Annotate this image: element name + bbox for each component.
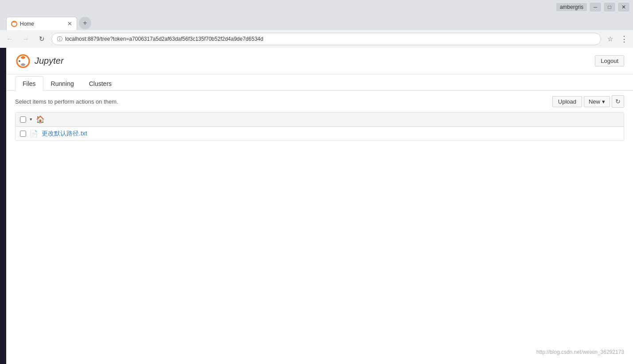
jupyter-header: Jupyter Logout	[6, 48, 633, 74]
svg-point-3	[21, 63, 25, 66]
browser-tab-home[interactable]: Home ✕	[6, 17, 77, 30]
jupyter-tabs: Files Running Clusters	[6, 76, 633, 91]
lock-icon: ⓘ	[57, 35, 62, 43]
tab-running[interactable]: Running	[43, 76, 82, 91]
file-list-header: ▾ 🏠	[16, 112, 624, 127]
file-type-icon: 📄	[30, 130, 38, 138]
file-link[interactable]: 更改默认路径.txt	[42, 130, 87, 138]
close-button[interactable]: ✕	[618, 3, 629, 12]
user-label: ambergris	[556, 3, 587, 11]
address-bar: ← → ↻ ⓘ localhost:8879/tree?token=a70063…	[0, 30, 633, 48]
jupyter-logo-icon	[15, 53, 31, 69]
home-directory-icon[interactable]: 🏠	[36, 115, 45, 124]
new-label: New	[589, 98, 600, 105]
reload-button[interactable]: ↻	[35, 33, 48, 45]
bookmark-button[interactable]: ☆	[605, 34, 615, 44]
refresh-button[interactable]: ↻	[612, 95, 624, 108]
file-checkbox[interactable]	[20, 131, 26, 137]
tab-favicon	[11, 21, 17, 27]
new-dropdown-arrow: ▾	[602, 98, 605, 105]
tab-files[interactable]: Files	[15, 76, 43, 91]
tab-clusters[interactable]: Clusters	[82, 76, 119, 91]
new-tab-button[interactable]: +	[79, 17, 91, 29]
logout-button[interactable]: Logout	[595, 55, 624, 66]
file-list: ▾ 🏠 📄 更改默认路径.txt	[15, 112, 624, 141]
url-bar[interactable]: ⓘ localhost:8879/tree?token=a7006317a5d2…	[51, 33, 601, 45]
back-button[interactable]: ←	[4, 33, 16, 45]
maximize-button[interactable]: □	[604, 3, 615, 12]
browser-menu-button[interactable]: ⋮	[619, 34, 629, 44]
select-all-checkbox[interactable]	[20, 116, 26, 123]
tab-close-button[interactable]: ✕	[67, 20, 72, 27]
svg-point-2	[21, 56, 25, 59]
upload-button[interactable]: Upload	[552, 96, 582, 107]
url-text: localhost:8879/tree?token=a7006317a5d2af…	[65, 36, 595, 42]
left-taskbar	[0, 48, 6, 364]
browser-frame: ambergris ─ □ ✕ Home ✕ + ← → ↻ ⓘ localho…	[0, 0, 633, 364]
page-content: Jupyter Logout Files Running Clusters Se…	[6, 48, 633, 364]
svg-point-4	[19, 60, 20, 62]
new-dropdown-button[interactable]: New ▾	[584, 96, 610, 107]
tab-bar: Home ✕ +	[0, 14, 633, 30]
select-dropdown-arrow[interactable]: ▾	[30, 116, 32, 122]
files-action-text: Select items to perform actions on them.	[15, 98, 118, 105]
tab-label: Home	[20, 21, 34, 27]
jupyter-logo-text: Jupyter	[35, 56, 64, 66]
forward-button[interactable]: →	[19, 33, 32, 45]
title-bar: ambergris ─ □ ✕	[0, 0, 633, 14]
files-toolbar: Select items to perform actions on them.…	[6, 91, 633, 112]
files-toolbar-right: Upload New ▾ ↻	[552, 95, 624, 108]
minimize-button[interactable]: ─	[590, 3, 601, 12]
jupyter-logo: Jupyter	[15, 53, 64, 69]
main-content-area: Jupyter Logout Files Running Clusters Se…	[0, 48, 633, 364]
file-list-item: 📄 更改默认路径.txt	[16, 127, 624, 140]
watermark: http://blog.csdn.net/weixin_36292173	[536, 349, 624, 355]
